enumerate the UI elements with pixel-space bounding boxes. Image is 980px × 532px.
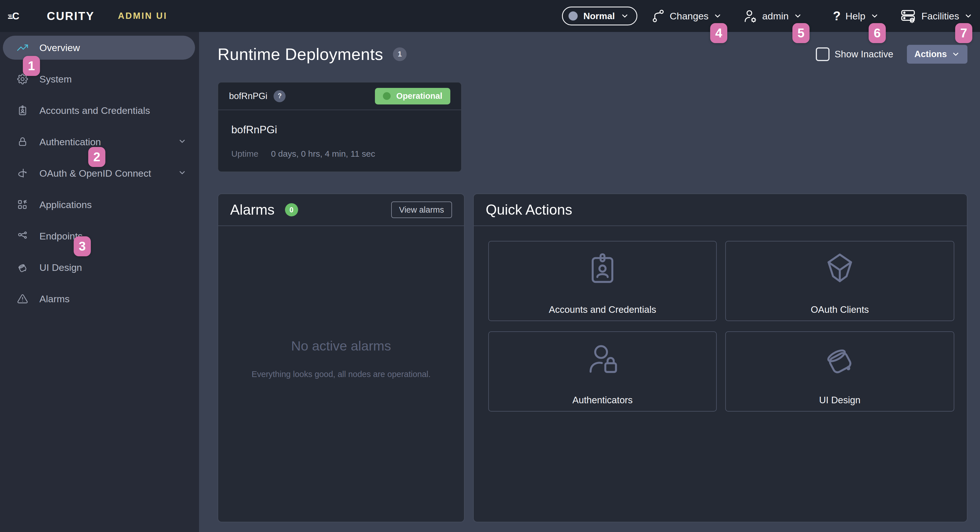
show-inactive-label: Show Inactive — [835, 49, 893, 60]
help-label: Help — [845, 11, 865, 22]
uptime-label: Uptime — [231, 149, 258, 159]
help-menu[interactable]: ? Help — [833, 9, 879, 23]
alert-triangle-icon — [17, 294, 28, 304]
git-branch-icon — [652, 9, 665, 23]
quick-action-oauth-clients[interactable]: OAuth Clients — [725, 241, 954, 321]
changes-label: Changes — [670, 11, 708, 22]
chevron-down-icon — [178, 168, 186, 178]
no-alarms-subtitle: Everything looks good, all nodes are ope… — [251, 370, 431, 379]
lock-icon — [17, 137, 28, 147]
sidebar-item-label: OAuth & OpenID Connect — [40, 168, 151, 179]
show-inactive-checkbox[interactable] — [816, 48, 829, 61]
actions-button[interactable]: Actions — [907, 45, 967, 64]
main-content: Runtime Deployments 1 Show Inactive Acti… — [199, 32, 980, 532]
deployment-node-name: bofRnPGi — [231, 124, 448, 136]
annotation-marker-7: 7 — [955, 23, 972, 43]
status-label: Normal — [583, 11, 615, 21]
facilities-menu[interactable]: Facilities — [900, 8, 972, 24]
brand-subtitle: ADMIN UI — [118, 11, 167, 21]
page-title: Runtime Deployments — [218, 44, 383, 64]
brand: C CURITY ADMIN UI — [0, 5, 167, 27]
question-mark-icon: ? — [833, 9, 841, 23]
facilities-label: Facilities — [921, 11, 959, 22]
svg-text:C: C — [12, 10, 19, 21]
quick-action-label: UI Design — [819, 395, 861, 406]
sidebar-item-label: Accounts and Credentials — [40, 105, 150, 116]
topbar: C CURITY ADMIN UI Normal Changes — [0, 0, 980, 32]
sidebar-item-label: Authentication — [40, 137, 101, 148]
user-lock-icon — [585, 342, 619, 376]
actions-button-label: Actions — [914, 49, 947, 59]
sidebar-item-label: Overview — [40, 42, 80, 53]
chevron-down-icon — [178, 137, 186, 147]
deployment-name: bofRnPGi — [229, 91, 267, 101]
quick-action-ui-design[interactable]: UI Design — [725, 331, 954, 411]
chevron-down-icon — [951, 50, 960, 59]
sidebar-item-label: Applications — [40, 199, 92, 210]
sidebar: Overview System Accounts and Credentials — [0, 32, 199, 532]
chevron-down-icon — [870, 12, 879, 20]
uptime-value: 0 days, 0 hrs, 4 min, 11 sec — [271, 149, 375, 159]
quick-action-accounts-credentials[interactable]: Accounts and Credentials — [488, 241, 717, 321]
cube-icon — [823, 252, 857, 286]
annotation-marker-6: 6 — [869, 23, 886, 43]
sidebar-item-label: System — [40, 74, 72, 85]
quick-action-label: OAuth Clients — [811, 304, 869, 315]
paint-bucket-icon — [823, 342, 857, 376]
chevron-down-icon — [794, 12, 802, 20]
id-card-icon — [585, 252, 619, 286]
alarms-panel: Alarms 0 View alarms No active alarms Ev… — [218, 194, 465, 522]
quick-action-label: Authenticators — [573, 395, 633, 406]
quick-actions-panel: Quick Actions Accounts and Credentials — [473, 194, 967, 522]
sidebar-item-endpoints[interactable]: Endpoints — [3, 224, 195, 248]
annotation-marker-1: 1 — [23, 56, 40, 76]
trending-up-icon — [17, 42, 28, 53]
operational-status-badge: Operational — [375, 88, 450, 105]
paint-bucket-icon — [17, 262, 28, 273]
sidebar-item-label: Alarms — [40, 294, 70, 305]
status-dot-icon — [568, 11, 578, 21]
operational-status-label: Operational — [396, 91, 442, 101]
no-alarms-title: No active alarms — [291, 338, 391, 354]
sidebar-item-applications[interactable]: Applications — [3, 193, 195, 217]
chevron-down-icon — [964, 12, 972, 20]
id-card-icon — [17, 105, 28, 116]
chevron-down-icon — [713, 12, 722, 20]
annotation-marker-4: 4 — [710, 23, 727, 43]
quick-action-authenticators[interactable]: Authenticators — [488, 331, 717, 411]
annotation-marker-5: 5 — [792, 23, 810, 43]
status-dot-icon — [383, 92, 391, 100]
sidebar-item-label: UI Design — [40, 262, 82, 273]
openid-icon — [17, 168, 28, 179]
quick-actions-title: Quick Actions — [486, 202, 572, 218]
admin-menu[interactable]: admin — [744, 9, 802, 23]
chevron-down-icon — [620, 12, 629, 20]
annotation-marker-3: 3 — [74, 236, 91, 256]
quick-action-label: Accounts and Credentials — [549, 304, 656, 315]
server-gear-icon — [900, 8, 916, 24]
sidebar-item-alarms[interactable]: Alarms — [3, 287, 195, 311]
changes-menu[interactable]: Changes — [652, 9, 722, 23]
deployment-help-icon[interactable]: ? — [274, 90, 286, 102]
apps-grid-icon — [17, 199, 28, 210]
user-gear-icon — [744, 9, 757, 23]
sidebar-item-accounts-credentials[interactable]: Accounts and Credentials — [3, 98, 195, 122]
deployment-count-badge: 1 — [393, 48, 407, 61]
admin-label: admin — [762, 11, 789, 22]
status-dropdown[interactable]: Normal — [562, 6, 637, 25]
share-network-icon — [17, 230, 28, 241]
brand-name: CURITY — [47, 10, 94, 22]
annotation-marker-2: 2 — [88, 147, 105, 167]
sidebar-item-ui-design[interactable]: UI Design — [3, 256, 195, 279]
runtime-deployment-card[interactable]: bofRnPGi ? Operational bofRnPGi Uptime 0… — [218, 82, 462, 172]
